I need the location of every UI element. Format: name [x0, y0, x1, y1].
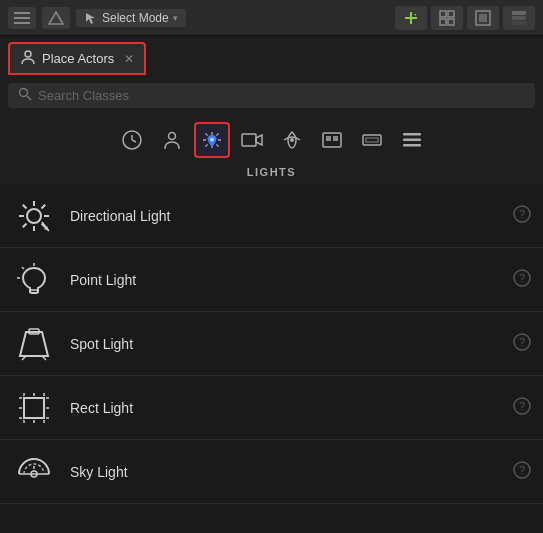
- svg-rect-33: [403, 133, 421, 136]
- svg-marker-3: [49, 12, 63, 24]
- svg-point-23: [168, 133, 175, 140]
- tab-label: Place Actors: [42, 51, 114, 66]
- svg-rect-16: [512, 21, 526, 25]
- tab-icon: [20, 49, 36, 68]
- svg-line-19: [27, 96, 31, 100]
- svg-rect-0: [14, 12, 30, 14]
- category-cinematic[interactable]: [234, 122, 270, 158]
- spot-light-help[interactable]: ?: [513, 333, 531, 354]
- tab-bar: Place Actors ✕: [0, 36, 543, 75]
- svg-rect-34: [403, 139, 421, 142]
- rect-light-label: Rect Light: [70, 400, 499, 416]
- svg-point-36: [27, 209, 41, 223]
- svg-point-18: [20, 89, 28, 97]
- svg-rect-1: [14, 17, 30, 19]
- svg-rect-25: [242, 134, 256, 146]
- svg-point-27: [290, 138, 294, 142]
- toolbar-grid-button[interactable]: [431, 6, 463, 30]
- list-item[interactable]: Point Light ?: [0, 248, 543, 312]
- list-item[interactable]: Spot Light ?: [0, 312, 543, 376]
- svg-line-41: [23, 204, 27, 208]
- svg-rect-10: [440, 19, 446, 25]
- svg-rect-11: [448, 19, 454, 25]
- category-recent[interactable]: [114, 122, 150, 158]
- search-input[interactable]: [38, 88, 525, 103]
- svg-marker-55: [20, 332, 48, 356]
- select-mode-label: Select Mode: [102, 11, 169, 25]
- svg-text:?: ?: [519, 400, 525, 412]
- tab-close-button[interactable]: ✕: [124, 52, 134, 66]
- toolbar-expand-button[interactable]: [467, 6, 499, 30]
- svg-text:?: ?: [519, 464, 525, 476]
- toolbar-icon-1[interactable]: [8, 7, 36, 29]
- select-mode-chevron: ▾: [173, 13, 178, 23]
- lights-list: Directional Light ? Point Light: [0, 184, 543, 504]
- toolbar-stack-button[interactable]: [503, 6, 535, 30]
- svg-line-51: [22, 267, 24, 269]
- svg-rect-15: [512, 16, 526, 20]
- directional-light-icon: [12, 194, 56, 238]
- svg-rect-61: [24, 398, 44, 418]
- sky-light-icon: [12, 450, 56, 494]
- search-bar: [0, 75, 543, 114]
- category-basic[interactable]: [154, 122, 190, 158]
- svg-point-17: [25, 51, 31, 57]
- toolbar: Select Mode ▾: [0, 0, 543, 36]
- search-input-wrap: [8, 83, 535, 108]
- spot-light-icon: [12, 322, 56, 366]
- directional-light-help[interactable]: ?: [513, 205, 531, 226]
- category-geometry[interactable]: [314, 122, 350, 158]
- sky-light-label: Sky Light: [70, 464, 499, 480]
- svg-marker-7: [414, 14, 416, 16]
- svg-rect-32: [366, 138, 378, 142]
- point-light-label: Point Light: [70, 272, 499, 288]
- category-visual-effects[interactable]: [274, 122, 310, 158]
- svg-text:?: ?: [519, 336, 525, 348]
- svg-marker-4: [86, 13, 95, 24]
- toolbar-icon-2[interactable]: [42, 7, 70, 29]
- category-icons-bar: [0, 114, 543, 162]
- svg-line-22: [132, 140, 136, 142]
- directional-light-label: Directional Light: [70, 208, 499, 224]
- category-volumes[interactable]: [354, 122, 390, 158]
- search-icon: [18, 87, 32, 104]
- cursor-icon: [84, 11, 98, 25]
- category-lights[interactable]: [194, 122, 230, 158]
- sky-light-help[interactable]: ?: [513, 461, 531, 482]
- svg-rect-9: [448, 11, 454, 17]
- toolbar-right: [395, 6, 535, 30]
- svg-line-44: [23, 223, 27, 227]
- spot-light-label: Spot Light: [70, 336, 499, 352]
- category-all-classes[interactable]: [394, 122, 430, 158]
- svg-rect-2: [14, 22, 30, 24]
- list-item[interactable]: Rect Light ?: [0, 376, 543, 440]
- toolbar-add-button[interactable]: [395, 6, 427, 30]
- section-label: LIGHTS: [0, 162, 543, 184]
- list-item[interactable]: Directional Light ?: [0, 184, 543, 248]
- svg-rect-28: [323, 133, 341, 147]
- svg-rect-6: [405, 17, 417, 19]
- svg-point-24: [210, 138, 214, 142]
- svg-rect-14: [512, 11, 526, 15]
- point-light-icon: [12, 258, 56, 302]
- svg-rect-8: [440, 11, 446, 17]
- place-actors-tab[interactable]: Place Actors ✕: [8, 42, 146, 75]
- select-mode-dropdown[interactable]: Select Mode ▾: [76, 9, 186, 27]
- svg-marker-26: [256, 135, 262, 145]
- rect-light-icon: [12, 386, 56, 430]
- list-item[interactable]: Sky Light ?: [0, 440, 543, 504]
- svg-text:?: ?: [519, 272, 525, 284]
- svg-rect-35: [403, 144, 421, 147]
- svg-rect-13: [479, 14, 487, 22]
- svg-text:?: ?: [519, 208, 525, 220]
- svg-rect-30: [333, 136, 338, 141]
- rect-light-help[interactable]: ?: [513, 397, 531, 418]
- svg-rect-29: [326, 136, 331, 141]
- point-light-help[interactable]: ?: [513, 269, 531, 290]
- svg-line-43: [42, 204, 46, 208]
